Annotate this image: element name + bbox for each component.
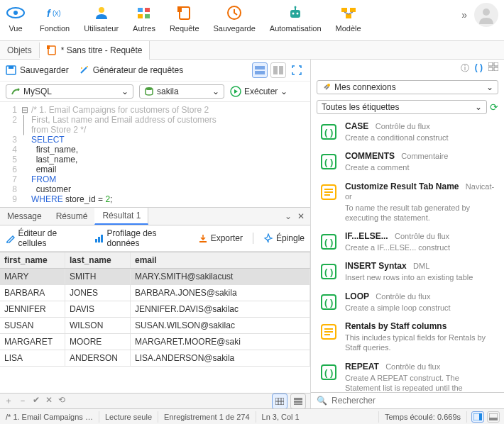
- execute-button[interactable]: Exécuter ⌄: [230, 86, 287, 97]
- database-icon: [144, 87, 154, 96]
- svg-point-1: [13, 11, 18, 15]
- refresh-button[interactable]: ⟲: [58, 395, 65, 407]
- svg-rect-43: [294, 398, 302, 400]
- tab-objects[interactable]: Objets: [0, 43, 40, 58]
- snippet-item[interactable]: ( ) COMMENTS Commentaire Create a commen…: [311, 147, 504, 177]
- table-cell[interactable]: MARY: [0, 269, 65, 284]
- table-cell[interactable]: MOORE: [65, 334, 131, 350]
- svg-rect-38: [199, 241, 207, 242]
- svg-rect-24: [9, 66, 13, 69]
- snippet-title: IF...ELSE...: [345, 231, 388, 241]
- svg-rect-72: [479, 413, 482, 420]
- table-row[interactable]: MARGARETMOOREMARGARET.MOORE@saki: [0, 334, 310, 350]
- table-cell[interactable]: MARY.SMITH@sakilacust: [131, 269, 310, 284]
- tab-summary[interactable]: Résumé: [49, 208, 95, 224]
- view-split-vert-button[interactable]: [270, 62, 286, 78]
- table-cell[interactable]: LISA: [0, 350, 65, 366]
- snippet-item[interactable]: ( ) INSERT Syntax DML Insert new rows in…: [311, 257, 504, 286]
- table-cell[interactable]: DAVIS: [65, 301, 131, 317]
- table-cell[interactable]: LISA.ANDERSON@sakila: [131, 350, 310, 366]
- export-button[interactable]: Exporter: [198, 233, 243, 243]
- pin-button[interactable]: Épingle: [263, 233, 305, 243]
- toolbar-item-vue[interactable]: Vue: [6, 3, 26, 33]
- snippet-description: Create a simple loop construct: [345, 303, 495, 313]
- engine-combo[interactable]: MySQL ⌄: [6, 84, 133, 99]
- table-cell[interactable]: WILSON: [65, 318, 131, 333]
- table-cell[interactable]: SMITH: [65, 269, 131, 284]
- toolbar-item-utilisateur[interactable]: Utilisateur: [84, 3, 119, 33]
- schema-combo[interactable]: sakila ⌄: [139, 84, 224, 99]
- table-cell[interactable]: ANDERSON: [65, 350, 131, 366]
- toolbar-item-autres[interactable]: Autres: [133, 3, 155, 33]
- snippet-item[interactable]: ( ) CASE Contrôle du flux Create a condi…: [311, 117, 504, 147]
- table-row[interactable]: BARBARAJONESBARBARA.JONES@sakila: [0, 285, 310, 301]
- form-view-button[interactable]: [290, 394, 306, 409]
- panel-bottom-button[interactable]: [487, 411, 500, 423]
- table-cell[interactable]: JENNIFER: [0, 301, 65, 317]
- table-row[interactable]: SUSANWILSONSUSAN.WILSON@sakilac: [0, 318, 310, 334]
- grid-layout-icon[interactable]: [488, 62, 498, 74]
- snippet-item[interactable]: ( ) IF...ELSE... Contrôle du flux Create…: [311, 227, 504, 257]
- overflow-chevron-icon[interactable]: »: [461, 9, 467, 21]
- save-button[interactable]: Sauvegarder: [6, 65, 69, 75]
- fullscreen-button[interactable]: [289, 62, 305, 78]
- table-cell[interactable]: BARBARA.JONES@sakila: [131, 285, 310, 301]
- commit-button[interactable]: ✔: [33, 395, 40, 407]
- table-cell[interactable]: SUSAN: [0, 318, 65, 333]
- snippet-category: Commentaire: [401, 152, 448, 160]
- result-tabs: Message Résumé Résultat 1 ⌄ ✕: [0, 207, 310, 225]
- close-icon[interactable]: ✕: [297, 211, 305, 221]
- snippet-item[interactable]: ( ) REPEAT Contrôle du flux Create A REP…: [311, 357, 504, 392]
- code-snippet-icon[interactable]: ( ): [475, 62, 483, 74]
- grid-view-button[interactable]: [272, 394, 287, 409]
- col-header[interactable]: first_name: [0, 252, 65, 268]
- tab-result1[interactable]: Résultat 1: [94, 208, 148, 225]
- col-header[interactable]: last_name: [65, 252, 131, 268]
- table-cell[interactable]: JENNIFER.DAVIS@sakilac: [131, 301, 310, 317]
- snippet-category: Contrôle du flux: [376, 122, 430, 130]
- function-icon: f(x): [45, 3, 65, 23]
- svg-rect-28: [255, 66, 265, 69]
- snippet-description: Create a conditional construct: [345, 133, 495, 143]
- connections-combo[interactable]: Mes connexions ⌄: [317, 80, 498, 94]
- tab-query[interactable]: * Sans titre - Requête: [40, 41, 150, 60]
- table-row[interactable]: JENNIFERDAVISJENNIFER.DAVIS@sakilac: [0, 301, 310, 318]
- toolbar-item-sauvegarde[interactable]: Sauvegarde: [214, 3, 256, 33]
- table-cell[interactable]: MARGARET: [0, 334, 65, 350]
- toolbar-item-modele[interactable]: Modèle: [336, 3, 361, 33]
- tags-combo[interactable]: Toutes les étiquettes ⌄: [317, 100, 487, 114]
- table-cell[interactable]: SUSAN.WILSON@sakilac: [131, 318, 310, 333]
- refresh-snippets-icon[interactable]: ⟳: [490, 101, 498, 113]
- table-cell[interactable]: MARGARET.MOORE@saki: [131, 334, 310, 350]
- profiling-icon: [94, 233, 104, 243]
- view-split-horiz-button[interactable]: [252, 62, 268, 78]
- snippet-category: Contrôle du flux: [376, 292, 430, 301]
- info-icon[interactable]: ⓘ: [461, 62, 469, 74]
- col-header[interactable]: email: [131, 252, 310, 268]
- svg-text:( ): ( ): [324, 127, 333, 138]
- data-profiling-button[interactable]: Profilage des données: [94, 228, 188, 248]
- table-cell[interactable]: BARBARA: [0, 285, 65, 301]
- snippet-item[interactable]: Rentals by Staff columns This includes t…: [311, 317, 504, 357]
- snippet-item[interactable]: ( ) LOOP Contrôle du flux Create a simpl…: [311, 287, 504, 317]
- search-input[interactable]: [332, 396, 498, 406]
- snippet-item[interactable]: Customize Result Tab Name Navicat-or To …: [311, 177, 504, 228]
- avatar[interactable]: [474, 3, 498, 27]
- cell-editor-button[interactable]: Éditeur de cellules: [6, 228, 84, 248]
- collapse-icon[interactable]: ⌄: [285, 211, 292, 221]
- toolbar-item-requete[interactable]: Requête: [170, 3, 199, 33]
- table-cell[interactable]: JONES: [65, 285, 131, 301]
- cancel-button[interactable]: ✕: [45, 395, 53, 407]
- toolbar-item-automatisation[interactable]: Automatisation: [270, 3, 322, 33]
- sql-editor[interactable]: 1⊟/* 1. Email Campaigns for customers of…: [0, 102, 310, 207]
- table-row[interactable]: LISAANDERSONLISA.ANDERSON@sakila: [0, 350, 310, 367]
- panel-right-button[interactable]: [471, 411, 484, 423]
- delete-row-button[interactable]: －: [18, 395, 27, 407]
- tab-message[interactable]: Message: [0, 208, 49, 224]
- snippet-description: This includes typical fields for Rentals…: [345, 333, 495, 353]
- add-row-button[interactable]: ＋: [4, 395, 13, 407]
- query-builder-button[interactable]: Générateur de requêtes: [79, 65, 183, 75]
- svg-point-32: [18, 89, 20, 91]
- toolbar-item-fonction[interactable]: f(x) Fonction: [40, 3, 70, 33]
- table-row[interactable]: MARYSMITHMARY.SMITH@sakilacust: [0, 269, 310, 285]
